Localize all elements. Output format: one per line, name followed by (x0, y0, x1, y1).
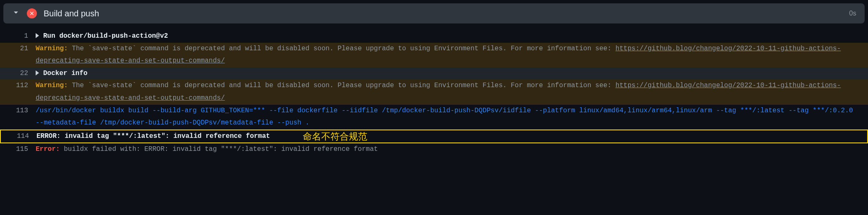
warning-prefix: Warning: (36, 45, 68, 52)
line-content: Warning: The `save-state` command is dep… (36, 43, 868, 67)
log-line-warning[interactable]: 112 Warning: The `save-state` command is… (0, 80, 868, 104)
log-line[interactable]: 113 /usr/bin/docker buildx build --build… (0, 105, 868, 130)
line-number: 22 (0, 67, 36, 80)
log-output: 1 Run docker/build-push-action@v2 21 War… (0, 30, 868, 156)
log-line-error[interactable]: 115 Error: buildx failed with: ERROR: in… (0, 143, 868, 156)
warning-prefix: Warning: (36, 82, 68, 89)
job-step-title: Build and push (44, 9, 849, 18)
line-number: 115 (0, 143, 36, 156)
log-line[interactable]: 22 Docker info (0, 67, 868, 80)
line-number: 112 (0, 80, 36, 92)
annotation-label: 命名不符合规范 (303, 128, 367, 145)
line-number: 1 (0, 30, 36, 43)
line-content: Docker info (36, 67, 868, 80)
line-content: Run docker/build-push-action@v2 (36, 30, 868, 43)
line-number: 114 (1, 130, 36, 143)
expand-arrow-icon[interactable] (36, 70, 39, 75)
error-prefix: Error: (36, 145, 60, 153)
expand-arrow-icon[interactable] (36, 33, 39, 38)
line-content: Error: buildx failed with: ERROR: invali… (36, 143, 868, 156)
job-step-header[interactable]: Build and push 0s (3, 3, 865, 23)
job-step-duration: 0s (849, 10, 856, 17)
log-line[interactable]: 1 Run docker/build-push-action@v2 (0, 30, 868, 43)
chevron-down-icon[interactable] (12, 8, 20, 18)
line-content: Warning: The `save-state` command is dep… (36, 80, 868, 104)
line-number: 21 (0, 43, 36, 55)
line-content-error: ERROR: invalid tag "***/:latest": invali… (36, 130, 867, 143)
log-line-warning[interactable]: 21 Warning: The `save-state` command is … (0, 43, 868, 67)
line-number: 113 (0, 105, 36, 117)
log-line-highlighted[interactable]: 114 ERROR: invalid tag "***/:latest": in… (0, 130, 868, 144)
status-failed-icon (27, 8, 37, 18)
line-content-command: /usr/bin/docker buildx build --build-arg… (36, 105, 868, 130)
